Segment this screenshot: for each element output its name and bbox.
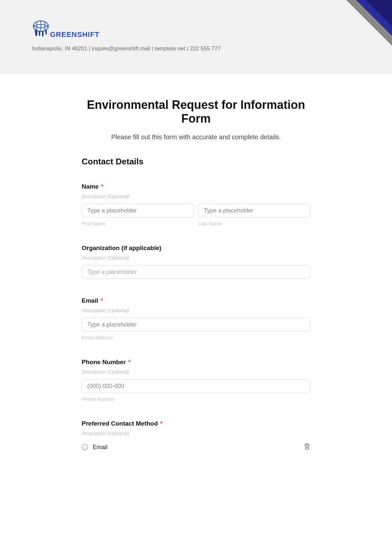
organization-input[interactable] — [82, 265, 310, 279]
field-phone: Phone Number * Description (Optional) Ph… — [82, 359, 310, 402]
last-name-sublabel: Last Name — [198, 221, 310, 226]
header-contact-line: Indianapolis, IN 46201 | inquire@greensh… — [32, 45, 221, 52]
logo-area: GREENSHIFT Indianapolis, IN 46201 | inqu… — [32, 20, 221, 52]
email-label-text: Email — [82, 297, 98, 304]
required-star: * — [128, 359, 130, 365]
preferred-label-text: Preferred Contact Method — [82, 420, 158, 427]
brand-name: GREENSHIFT — [50, 30, 221, 39]
email-label: Email * — [82, 297, 310, 304]
organization-label: Organization (if applicable) — [82, 244, 310, 252]
trash-icon[interactable] — [304, 443, 310, 451]
email-input[interactable] — [82, 318, 310, 331]
required-star: * — [101, 183, 103, 190]
name-description: Description (Optional) — [82, 194, 310, 199]
field-preferred-contact: Preferred Contact Method * Description (… — [82, 420, 310, 454]
form-content: Environmental Request for Information Fo… — [62, 74, 330, 485]
form-title: Environmental Request for Information Fo… — [82, 98, 310, 126]
phone-sublabel: Phone Number — [82, 396, 310, 402]
first-name-sublabel: First Name — [82, 221, 194, 226]
organization-description: Description (Optional) — [82, 255, 310, 261]
preferred-label: Preferred Contact Method * — [82, 420, 310, 427]
required-star: * — [160, 420, 163, 427]
email-description: Description (Optional) — [82, 308, 310, 313]
last-name-input[interactable] — [198, 204, 310, 217]
organization-label-text: Organization (if applicable) — [82, 244, 161, 251]
phone-input[interactable] — [82, 379, 310, 393]
preferred-description: Description (Optional) — [82, 430, 310, 436]
header-banner: GREENSHIFT Indianapolis, IN 46201 | inqu… — [0, 0, 392, 74]
name-label: Name * — [82, 183, 310, 190]
radio-email[interactable] — [82, 444, 88, 450]
radio-option-email: Email — [82, 441, 310, 454]
name-label-text: Name — [82, 183, 99, 190]
email-sublabel: Email Address — [82, 335, 310, 340]
first-name-input[interactable] — [82, 204, 194, 217]
phone-label: Phone Number * — [82, 359, 310, 366]
header-decoration — [255, 0, 392, 74]
field-name: Name * Description (Optional) First Name… — [82, 183, 310, 226]
form-subtitle: Please fill out this form with accurate … — [82, 133, 310, 141]
field-email: Email * Description (Optional) Email Add… — [82, 297, 310, 340]
section-contact-title: Contact Details — [82, 157, 310, 167]
required-star: * — [101, 297, 103, 304]
radio-email-label: Email — [93, 444, 107, 451]
phone-label-text: Phone Number — [82, 359, 126, 365]
field-organization: Organization (if applicable) Description… — [82, 244, 310, 279]
phone-description: Description (Optional) — [82, 369, 310, 375]
